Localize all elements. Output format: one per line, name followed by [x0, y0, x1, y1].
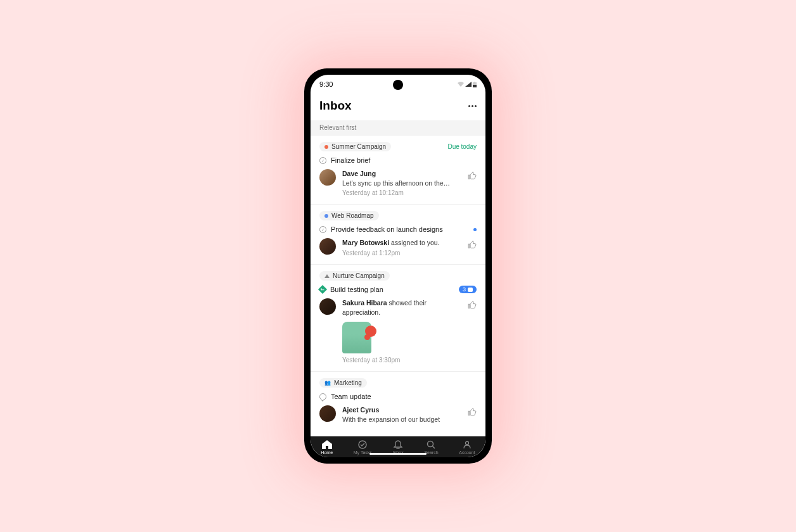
- task-title: Finalize brief: [331, 156, 477, 164]
- chip-dot-icon: [324, 145, 328, 149]
- avatar[interactable]: [319, 238, 336, 255]
- like-icon[interactable]: [468, 172, 477, 180]
- message-preview: Let's sync up this afternoon on the…: [342, 179, 461, 188]
- tab-search[interactable]: Search: [424, 440, 438, 455]
- chip-people-icon: 👥: [324, 380, 331, 386]
- task-complete-icon[interactable]: [318, 285, 327, 294]
- activity-body: Ajeet Cyrus With the expansion of our bu…: [342, 405, 461, 424]
- tab-account[interactable]: Account: [459, 440, 475, 455]
- comment-icon: [468, 288, 473, 292]
- activity-body: Mary Botowski assigned to you. Yesterday…: [342, 238, 461, 258]
- comment-count-badge[interactable]: 3: [459, 286, 477, 293]
- check-circle-icon: [357, 440, 368, 449]
- due-badge: Due today: [447, 143, 477, 150]
- chip-label: Marketing: [334, 379, 362, 386]
- phone-frame: 9:30 Inbox Relevant first Summe: [304, 68, 492, 464]
- tab-label: Home: [321, 450, 333, 455]
- page-title: Inbox: [319, 99, 352, 113]
- home-icon: [322, 440, 332, 449]
- camera-hole: [393, 80, 403, 90]
- battery-icon: [473, 82, 477, 87]
- sort-label: Relevant first: [319, 124, 356, 131]
- inbox-card[interactable]: Nurture Campaign Build testing plan 3 Sa…: [311, 265, 485, 372]
- message-preview: With the expansion of our budget: [342, 415, 461, 424]
- task-title: Team update: [331, 393, 477, 400]
- comment-count: 3: [463, 286, 466, 293]
- appreciation-sticker: [342, 322, 371, 353]
- chip-label: Summer Campaign: [331, 143, 386, 150]
- svg-rect-1: [473, 85, 477, 87]
- conversation-icon[interactable]: [319, 393, 326, 400]
- svg-rect-2: [474, 82, 475, 82]
- activity-suffix: assigned to you.: [389, 239, 439, 246]
- task-check-icon[interactable]: ✓: [319, 157, 326, 164]
- inbox-card[interactable]: Web Roadmap ✓ Provide feedback on launch…: [311, 205, 485, 265]
- chip-label: Nurture Campaign: [333, 272, 385, 279]
- project-chip[interactable]: Summer Campaign: [319, 142, 391, 151]
- sort-bar[interactable]: Relevant first: [311, 120, 485, 136]
- activity-body: Dave Jung Let's sync up this afternoon o…: [342, 169, 461, 198]
- search-icon: [426, 440, 436, 449]
- like-icon[interactable]: [468, 241, 477, 250]
- like-icon[interactable]: [468, 408, 477, 417]
- avatar[interactable]: [319, 169, 336, 186]
- home-indicator[interactable]: [369, 453, 427, 455]
- status-time: 9:30: [319, 80, 333, 88]
- chip-dot-icon: [324, 214, 328, 218]
- tab-home[interactable]: Home: [321, 440, 333, 455]
- project-chip[interactable]: 👥 Marketing: [319, 378, 367, 388]
- svg-point-6: [465, 441, 468, 445]
- timestamp: Yesterday at 3:30pm: [342, 356, 461, 365]
- person-icon: [462, 440, 472, 449]
- chip-label: Web Roadmap: [331, 212, 374, 219]
- more-button[interactable]: [468, 105, 477, 107]
- screen: 9:30 Inbox Relevant first Summe: [311, 75, 485, 457]
- author-name: Ajeet Cyrus: [342, 406, 379, 414]
- author-name: Mary Botowski: [342, 239, 389, 246]
- inbox-list: Summer Campaign Due today ✓ Finalize bri…: [311, 136, 485, 436]
- avatar[interactable]: [319, 298, 336, 315]
- chip-triangle-icon: [324, 274, 330, 278]
- avatar[interactable]: [319, 405, 336, 422]
- project-chip[interactable]: Web Roadmap: [319, 211, 379, 220]
- task-title: Provide feedback on launch designs: [331, 225, 469, 233]
- svg-point-4: [428, 441, 433, 447]
- author-name: Dave Jung: [342, 170, 376, 177]
- header: Inbox: [311, 94, 485, 120]
- task-title: Build testing plan: [330, 286, 454, 293]
- project-chip[interactable]: Nurture Campaign: [319, 271, 390, 281]
- activity-body: Sakura Hibara showed their appreciation.…: [342, 298, 461, 365]
- task-check-icon[interactable]: ✓: [319, 226, 326, 233]
- wifi-icon: [458, 82, 464, 87]
- inbox-card[interactable]: 👥 Marketing Team update Ajeet Cyrus With…: [311, 372, 485, 430]
- like-icon[interactable]: [468, 301, 477, 310]
- author-name: Sakura Hibara: [342, 299, 387, 307]
- bell-icon: [393, 440, 403, 449]
- timestamp: Yesterday at 1:12pm: [342, 249, 461, 258]
- svg-line-5: [433, 446, 435, 449]
- unread-dot-icon: [473, 228, 477, 231]
- inbox-card[interactable]: Summer Campaign Due today ✓ Finalize bri…: [311, 136, 485, 205]
- status-icons: [458, 82, 477, 87]
- timestamp: Yesterday at 10:12am: [342, 189, 461, 198]
- signal-icon: [465, 82, 472, 87]
- tab-label: Account: [459, 450, 475, 455]
